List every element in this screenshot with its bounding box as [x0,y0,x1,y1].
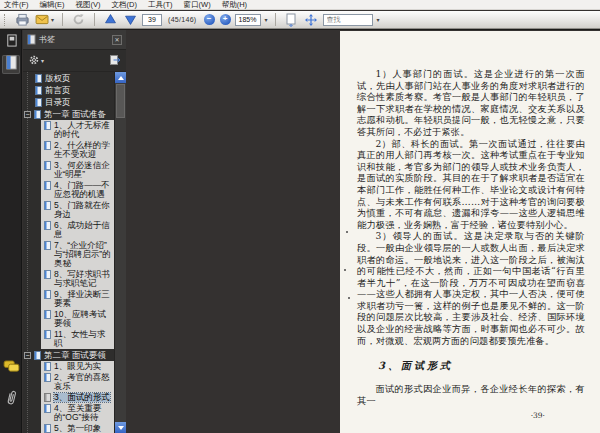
previous-view-button[interactable] [70,12,87,27]
bookmark-item[interactable]: 4、门路——不应忽视的机遇 [41,180,114,200]
bookmark-label: 8、写好求职书与求职笔记 [54,270,112,288]
bookmark-page-icon [44,362,51,371]
zoom-level-input[interactable] [235,14,261,26]
bookmark-page-icon [44,221,51,230]
menu-bar: 文件(F) 编辑(E) 视图(V) 文档(D) 工具(T) 窗口(W) 帮助(H… [0,0,600,10]
zoom-out-button[interactable]: − [204,14,215,25]
bookmark-page-icon [44,241,51,250]
sidebar-scrollbar[interactable] [114,72,126,433]
bookmark-tree: 版权页 前言页 目录页 − 第一章 面试准备 1、人才无标准的时代 2、什么样的… [23,72,114,433]
options-dropdown-icon: ▾ [41,57,44,64]
bookmark-item-chapter1[interactable]: − 第一章 面试准备 [23,108,114,120]
bookmark-item[interactable]: 1、眼见为实 [41,361,114,372]
email-dropdown-icon[interactable]: ▾ [51,16,54,23]
scan-speck [348,297,350,299]
bookmark-item-selected[interactable]: 3、面试的形式 [41,392,114,403]
bookmark-item[interactable]: 5、第一印象 [41,423,114,433]
bookmark-page-icon [44,404,51,413]
bookmark-page-icon [44,373,51,382]
bookmark-item[interactable]: 3、何必迷信企业“明星” [41,160,114,180]
bookmark-item[interactable]: 8、写好求职书与求职笔记 [41,269,114,289]
bookmark-page-icon [34,351,41,360]
bookmark-page-icon [44,330,51,339]
page-number-input[interactable] [142,14,162,26]
options-button[interactable]: ▾ [28,52,44,70]
toolbar-separator [62,13,63,26]
bookmark-page-icon [35,86,42,95]
bookmark-label: 第二章 面试要领 [44,350,106,360]
bookmark-item[interactable]: 4、至关重要的“OG”接待 [41,403,114,423]
bookmark-label: 3、何必迷信企业“明星” [54,161,112,179]
pages-tab-icon [5,33,18,52]
bookmark-label: 5、门路就在你身边 [54,201,112,219]
collapse-icon[interactable]: − [24,352,31,359]
bookmark-item[interactable]: 版权页 [23,72,114,84]
bookmark-label: 10、应聘考试要领 [54,310,112,328]
page-scroll-icon [285,13,297,27]
pdf-page: 1）人事部门的面试。这是企业进行的第一次面试，先由人事部门站在人事业务的角度对求… [340,31,600,433]
bookmark-item[interactable]: 10、应聘考试要领 [41,309,114,329]
search-input[interactable] [323,14,373,26]
menu-file[interactable]: 文件(F) [4,0,29,10]
menu-document[interactable]: 文档(D) [112,0,137,10]
bookmark-page-icon [44,290,51,299]
bookmarks-tab[interactable] [2,55,20,74]
previous-view-icon [72,13,85,26]
bookmarks-panel-header: 书签 ✕ [23,30,126,50]
email-button[interactable]: ▾ [34,12,55,27]
email-icon [35,14,50,25]
bookmark-label: 7、“企业介绍”与“招聘启示”的奥秘 [54,241,112,268]
bookmark-item[interactable]: 目录页 [23,96,114,108]
zoom-in-button[interactable]: + [220,14,231,25]
search-dropdown-icon[interactable]: ▾ [377,16,380,23]
page-up-icon [105,14,116,25]
bookmark-item[interactable]: 7、“企业介绍”与“招聘启示”的奥秘 [41,240,114,269]
menu-help[interactable]: 帮助(H) [222,0,247,10]
previous-page-button[interactable] [102,12,119,27]
bookmark-item[interactable]: 2、考官的喜怒哀乐 [41,372,114,392]
bookmark-label: 3、面试的形式 [54,393,110,402]
fit-window-button[interactable] [303,12,320,27]
bookmark-item[interactable]: 11、女性与求职 [41,329,114,349]
menu-tools[interactable]: 工具(T) [148,0,173,10]
menu-edit[interactable]: 编辑(E) [40,0,65,10]
comments-icon [3,359,20,377]
scrollbar-thumb[interactable] [116,84,125,118]
bookmark-item[interactable]: 5、门路就在你身边 [41,200,114,220]
body-paragraph-4: 面试的形式因企业而异，各企业经长年的探索，有其一 [357,383,585,406]
print-button[interactable] [14,12,31,27]
bookmark-label: 5、第一印象 [54,424,101,433]
bookmark-page-icon [44,201,51,210]
body-paragraph-3: 3）领导人的面试。这是决定录取与否的关键阶段。一般由企业领导层的一人或数人出面，… [357,230,585,346]
bookmark-label: 11、女性与求职 [54,330,112,348]
attachments-tab[interactable] [2,390,20,409]
section-heading: 3、面试形式 [378,359,585,373]
goto-bookmark-button[interactable] [109,52,121,70]
bookmark-label: 6、成功始于信息 [54,221,112,239]
bookmark-label: 4、至关重要的“OG”接待 [54,404,112,422]
document-canvas[interactable]: 1）人事部门的面试。这是企业进行的第一次面试，先由人事部门站在人事业务的角度对求… [126,30,600,433]
bookmark-item[interactable]: 前言页 [23,84,114,96]
fit-window-icon [305,14,317,26]
bookmark-item[interactable]: 1、人才无标准的时代 [41,120,114,140]
bookmark-item[interactable]: 9、择业决断三要素 [41,289,114,309]
bookmark-item-chapter2[interactable]: − 第二章 面试要领 [23,349,114,361]
bookmark-item[interactable]: 2、什么样的学生不受欢迎 [41,140,114,160]
bookmark-page-icon [35,98,42,107]
menu-window[interactable]: 窗口(W) [184,0,211,10]
menu-view[interactable]: 视图(V) [76,0,101,10]
close-panel-button[interactable]: ✕ [112,35,122,45]
zoom-dropdown-icon[interactable]: ▾ [265,16,268,23]
bookmark-page-icon [44,270,51,279]
navigation-strip [0,30,22,433]
next-page-button[interactable] [122,12,139,27]
bookmarks-panel: 书签 ✕ ▾ 版权页 [23,30,126,433]
toolbar-separator [94,13,95,26]
pages-tab[interactable] [2,33,20,52]
bookmark-page-icon [44,424,51,433]
bookmark-item[interactable]: 6、成功始于信息 [41,220,114,240]
collapse-icon[interactable]: − [24,111,31,118]
comments-tab[interactable] [2,358,20,377]
page-count-label: (45/146) [168,16,196,23]
scrolling-mode-button[interactable] [283,12,300,27]
